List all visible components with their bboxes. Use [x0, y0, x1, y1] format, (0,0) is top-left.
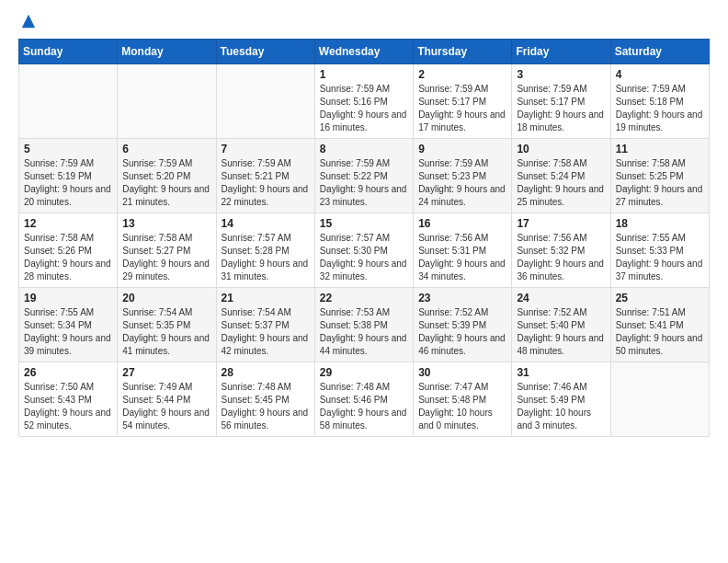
daylight-text: Daylight: 9 hours and 18 minutes. [517, 109, 605, 134]
sunset-text: Sunset: 5:23 PM [418, 170, 506, 183]
day-cell-1-6: 11Sunrise: 7:58 AMSunset: 5:25 PMDayligh… [610, 139, 709, 213]
day-info: Sunrise: 7:59 AMSunset: 5:17 PMDaylight:… [418, 83, 506, 134]
day-number: 3 [517, 68, 605, 81]
day-cell-4-4: 30Sunrise: 7:47 AMSunset: 5:48 PMDayligh… [414, 362, 512, 437]
sunrise-text: Sunrise: 7:46 AM [517, 381, 605, 394]
sunset-text: Sunset: 5:24 PM [517, 170, 605, 183]
logo [18, 15, 37, 29]
sunset-text: Sunset: 5:37 PM [222, 319, 310, 332]
day-cell-4-5: 31Sunrise: 7:46 AMSunset: 5:49 PMDayligh… [512, 362, 610, 437]
day-cell-0-2 [216, 64, 314, 139]
sunrise-text: Sunrise: 7:59 AM [222, 157, 310, 170]
day-number: 9 [418, 143, 506, 155]
sunrise-text: Sunrise: 7:56 AM [517, 232, 605, 245]
day-number: 6 [122, 143, 210, 155]
day-info: Sunrise: 7:56 AMSunset: 5:32 PMDaylight:… [517, 232, 605, 283]
day-number: 27 [122, 366, 210, 379]
sunrise-text: Sunrise: 7:50 AM [24, 381, 112, 394]
day-cell-1-0: 5Sunrise: 7:59 AMSunset: 5:19 PMDaylight… [19, 139, 118, 213]
header-wednesday: Wednesday [314, 40, 413, 64]
sunrise-text: Sunrise: 7:59 AM [24, 157, 112, 170]
sunrise-text: Sunrise: 7:58 AM [24, 232, 112, 245]
day-cell-2-1: 13Sunrise: 7:58 AMSunset: 5:27 PMDayligh… [118, 213, 216, 288]
day-info: Sunrise: 7:57 AMSunset: 5:28 PMDaylight:… [222, 232, 310, 283]
day-cell-4-1: 27Sunrise: 7:49 AMSunset: 5:44 PMDayligh… [118, 362, 216, 437]
day-info: Sunrise: 7:58 AMSunset: 5:27 PMDaylight:… [122, 232, 210, 283]
sunrise-text: Sunrise: 7:57 AM [222, 232, 310, 245]
daylight-text: Daylight: 9 hours and 58 minutes. [320, 407, 408, 432]
sunrise-text: Sunrise: 7:52 AM [517, 306, 605, 319]
day-cell-3-2: 21Sunrise: 7:54 AMSunset: 5:37 PMDayligh… [216, 288, 314, 362]
day-info: Sunrise: 7:59 AMSunset: 5:21 PMDaylight:… [222, 157, 310, 209]
daylight-text: Daylight: 9 hours and 44 minutes. [320, 332, 408, 358]
sunset-text: Sunset: 5:34 PM [24, 319, 112, 332]
day-info: Sunrise: 7:59 AMSunset: 5:22 PMDaylight:… [320, 157, 408, 209]
daylight-text: Daylight: 9 hours and 28 minutes. [24, 258, 112, 283]
daylight-text: Daylight: 9 hours and 19 minutes. [616, 109, 704, 134]
daylight-text: Daylight: 9 hours and 37 minutes. [616, 258, 704, 283]
day-cell-3-4: 23Sunrise: 7:52 AMSunset: 5:39 PMDayligh… [414, 288, 512, 362]
day-cell-2-3: 15Sunrise: 7:57 AMSunset: 5:30 PMDayligh… [314, 213, 413, 288]
daylight-text: Daylight: 9 hours and 42 minutes. [222, 332, 310, 358]
day-cell-2-5: 17Sunrise: 7:56 AMSunset: 5:32 PMDayligh… [512, 213, 610, 288]
day-info: Sunrise: 7:58 AMSunset: 5:26 PMDaylight:… [24, 232, 112, 283]
daylight-text: Daylight: 10 hours and 0 minutes. [418, 407, 506, 432]
day-cell-2-6: 18Sunrise: 7:55 AMSunset: 5:33 PMDayligh… [610, 213, 709, 288]
daylight-text: Daylight: 9 hours and 17 minutes. [418, 109, 506, 134]
daylight-text: Daylight: 9 hours and 48 minutes. [517, 332, 605, 358]
day-info: Sunrise: 7:59 AMSunset: 5:18 PMDaylight:… [616, 83, 704, 134]
sunrise-text: Sunrise: 7:47 AM [418, 381, 506, 394]
day-cell-4-3: 29Sunrise: 7:48 AMSunset: 5:46 PMDayligh… [314, 362, 413, 437]
daylight-text: Daylight: 9 hours and 16 minutes. [320, 109, 408, 134]
day-info: Sunrise: 7:54 AMSunset: 5:37 PMDaylight:… [222, 306, 310, 358]
day-info: Sunrise: 7:59 AMSunset: 5:19 PMDaylight:… [24, 157, 112, 209]
sunrise-text: Sunrise: 7:55 AM [24, 306, 112, 319]
sunrise-text: Sunrise: 7:51 AM [616, 306, 704, 319]
sunrise-text: Sunrise: 7:59 AM [616, 83, 704, 96]
sunrise-text: Sunrise: 7:58 AM [616, 157, 704, 170]
day-cell-1-4: 9Sunrise: 7:59 AMSunset: 5:23 PMDaylight… [414, 139, 512, 213]
daylight-text: Daylight: 9 hours and 24 minutes. [418, 183, 506, 209]
day-info: Sunrise: 7:54 AMSunset: 5:35 PMDaylight:… [122, 306, 210, 358]
daylight-text: Daylight: 9 hours and 27 minutes. [616, 183, 704, 209]
logo-icon [20, 13, 37, 29]
sunset-text: Sunset: 5:19 PM [24, 170, 112, 183]
sunrise-text: Sunrise: 7:57 AM [320, 232, 408, 245]
day-info: Sunrise: 7:56 AMSunset: 5:31 PMDaylight:… [418, 232, 506, 283]
day-number: 11 [616, 143, 704, 155]
header-tuesday: Tuesday [216, 40, 314, 64]
sunset-text: Sunset: 5:32 PM [517, 245, 605, 258]
sunset-text: Sunset: 5:17 PM [517, 96, 605, 109]
daylight-text: Daylight: 9 hours and 34 minutes. [418, 258, 506, 283]
sunrise-text: Sunrise: 7:59 AM [517, 83, 605, 96]
sunset-text: Sunset: 5:33 PM [616, 245, 704, 258]
sunrise-text: Sunrise: 7:52 AM [418, 306, 506, 319]
day-number: 25 [616, 292, 704, 304]
daylight-text: Daylight: 9 hours and 41 minutes. [122, 332, 210, 358]
sunrise-text: Sunrise: 7:59 AM [418, 157, 506, 170]
day-cell-1-5: 10Sunrise: 7:58 AMSunset: 5:24 PMDayligh… [512, 139, 610, 213]
sunset-text: Sunset: 5:30 PM [320, 245, 408, 258]
daylight-text: Daylight: 9 hours and 54 minutes. [122, 407, 210, 432]
day-info: Sunrise: 7:48 AMSunset: 5:46 PMDaylight:… [320, 381, 408, 432]
day-cell-0-6: 4Sunrise: 7:59 AMSunset: 5:18 PMDaylight… [610, 64, 709, 139]
day-number: 21 [222, 292, 310, 304]
day-info: Sunrise: 7:52 AMSunset: 5:40 PMDaylight:… [517, 306, 605, 358]
sunset-text: Sunset: 5:27 PM [122, 245, 210, 258]
svg-marker-0 [22, 15, 35, 28]
day-info: Sunrise: 7:59 AMSunset: 5:23 PMDaylight:… [418, 157, 506, 209]
sunrise-text: Sunrise: 7:55 AM [616, 232, 704, 245]
day-cell-0-0 [19, 64, 118, 139]
sunset-text: Sunset: 5:16 PM [320, 96, 408, 109]
sunset-text: Sunset: 5:45 PM [222, 394, 310, 407]
week-row-3: 12Sunrise: 7:58 AMSunset: 5:26 PMDayligh… [19, 213, 710, 288]
page: Sunday Monday Tuesday Wednesday Thursday… [0, 0, 728, 563]
day-cell-2-2: 14Sunrise: 7:57 AMSunset: 5:28 PMDayligh… [216, 213, 314, 288]
sunrise-text: Sunrise: 7:59 AM [418, 83, 506, 96]
sunset-text: Sunset: 5:38 PM [320, 319, 408, 332]
header-saturday: Saturday [610, 40, 709, 64]
header-friday: Friday [512, 40, 610, 64]
day-info: Sunrise: 7:59 AMSunset: 5:16 PMDaylight:… [320, 83, 408, 134]
day-number: 2 [418, 68, 506, 81]
day-number: 20 [122, 292, 210, 304]
